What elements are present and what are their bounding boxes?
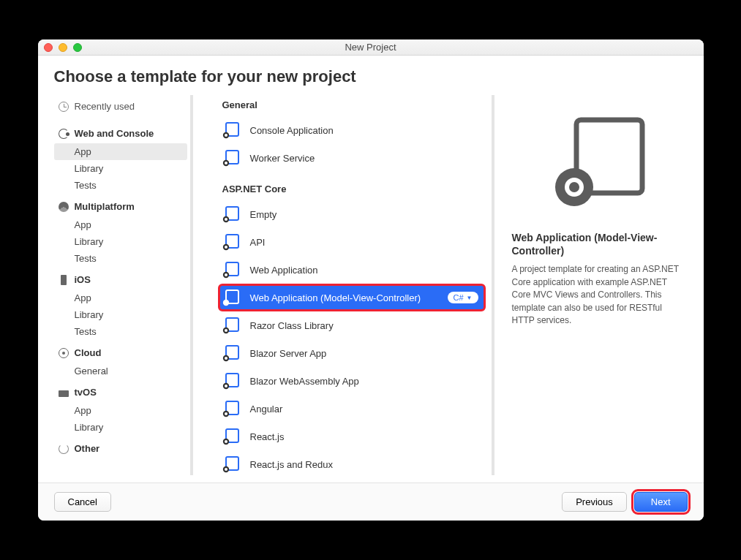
detail-title: Web Application (Model-View-Controller) <box>512 231 685 257</box>
sidebar-item-tests[interactable]: Tests <box>54 177 187 194</box>
sidebar-item-app[interactable]: App <box>54 143 187 160</box>
template-item-label: React.js <box>250 431 285 442</box>
language-label: C# <box>454 293 464 302</box>
clock-icon <box>59 102 69 112</box>
template-item-label: Blazor Server App <box>250 348 327 359</box>
cancel-button[interactable]: Cancel <box>54 492 111 512</box>
svg-point-8 <box>225 218 227 221</box>
next-button[interactable]: Next <box>634 492 688 512</box>
template-group-title: ASP.NET Core <box>205 179 484 202</box>
svg-point-35 <box>225 468 227 471</box>
sidebar-item-library[interactable]: Library <box>54 160 187 177</box>
sidebar-item-library[interactable]: Library <box>54 419 187 436</box>
svg-point-5 <box>225 162 227 164</box>
svg-point-17 <box>225 301 227 304</box>
multiplatform-icon <box>59 202 69 212</box>
template-item[interactable]: API <box>219 230 484 254</box>
template-item[interactable]: Angular <box>219 396 484 421</box>
svg-point-23 <box>225 357 227 360</box>
titlebar: New Project <box>38 39 704 56</box>
other-icon <box>59 444 69 454</box>
template-list: GeneralConsole ApplicationWorker Service… <box>205 95 494 475</box>
recently-used-item[interactable]: Recently used <box>54 95 187 121</box>
template-item[interactable]: Web Application (Model-View-Controller)C… <box>219 285 484 310</box>
svg-point-32 <box>225 440 227 443</box>
close-window-button[interactable] <box>44 43 53 52</box>
sidebar-item-app[interactable]: App <box>54 290 187 306</box>
svg-point-14 <box>225 273 227 276</box>
template-item[interactable]: Console Application <box>219 118 484 143</box>
sidebar-item-tests[interactable]: Tests <box>54 323 187 340</box>
template-item-label: Web Application <box>250 265 318 276</box>
web-console-icon <box>59 129 69 139</box>
sidebar-category-label: iOS <box>75 274 91 285</box>
new-project-dialog: New Project Choose a template for your n… <box>38 39 704 521</box>
svg-point-39 <box>569 182 579 192</box>
cloud-icon <box>59 348 69 358</box>
category-sidebar: Recently used Web and ConsoleAppLibraryT… <box>54 95 193 475</box>
language-selector[interactable]: C#▼ <box>448 292 478 303</box>
svg-point-2 <box>225 134 227 137</box>
template-detail-pane: Web Application (Model-View-Controller) … <box>506 95 688 475</box>
svg-point-26 <box>225 385 227 387</box>
dialog-footer: Cancel Previous Next <box>38 483 704 521</box>
template-preview-icon <box>512 99 685 231</box>
recently-used-label: Recently used <box>75 101 135 112</box>
svg-point-11 <box>225 246 227 249</box>
sidebar-category-label: Multiplatform <box>75 201 135 212</box>
template-item[interactable]: Worker Service <box>219 145 484 170</box>
sidebar-category-ios[interactable]: iOS <box>54 267 187 290</box>
minimize-window-button[interactable] <box>59 43 67 52</box>
template-item[interactable]: Blazor WebAssembly App <box>219 368 484 393</box>
svg-point-20 <box>225 329 227 332</box>
content-area: Recently used Web and ConsoleAppLibraryT… <box>38 95 704 483</box>
sidebar-item-library[interactable]: Library <box>54 306 187 323</box>
template-item-label: API <box>250 237 266 248</box>
sidebar-category-other[interactable]: Other <box>54 436 187 458</box>
sidebar-category-web-and-console[interactable]: Web and Console <box>54 121 187 143</box>
page-title: Choose a template for your new project <box>38 56 704 95</box>
sidebar-category-label: Other <box>75 443 100 454</box>
sidebar-item-app[interactable]: App <box>54 216 187 233</box>
template-item-label: Worker Service <box>250 153 315 164</box>
sidebar-item-library[interactable]: Library <box>54 233 187 250</box>
template-item[interactable]: React.js and Redux <box>219 452 484 475</box>
sidebar-category-label: tvOS <box>75 387 97 398</box>
sidebar-item-tests[interactable]: Tests <box>54 250 187 267</box>
sidebar-category-tvos[interactable]: tvOS <box>54 379 187 402</box>
template-item-label: Blazor WebAssembly App <box>250 376 359 387</box>
previous-button[interactable]: Previous <box>562 492 627 512</box>
template-item[interactable]: Blazor Server App <box>219 341 484 366</box>
template-item-label: Empty <box>250 209 277 220</box>
template-item[interactable]: Razor Class Library <box>219 313 484 338</box>
tvos-icon <box>59 390 69 397</box>
window-controls <box>44 43 82 52</box>
window-title: New Project <box>38 42 704 53</box>
template-item-label: Angular <box>250 404 283 415</box>
sidebar-category-multiplatform[interactable]: Multiplatform <box>54 194 187 216</box>
detail-description: A project template for creating an ASP.N… <box>512 263 685 327</box>
template-item[interactable]: Web Application <box>219 257 484 282</box>
template-group-title: General <box>205 95 484 118</box>
sidebar-item-general[interactable]: General <box>54 363 187 379</box>
sidebar-category-label: Web and Console <box>75 128 154 139</box>
template-item-label: Razor Class Library <box>250 320 334 331</box>
sidebar-category-cloud[interactable]: Cloud <box>54 340 187 363</box>
ios-icon <box>61 275 67 285</box>
template-item-label: Console Application <box>250 125 334 136</box>
chevron-down-icon: ▼ <box>467 295 473 301</box>
sidebar-category-label: Cloud <box>75 347 102 358</box>
template-item-label: Web Application (Model-View-Controller) <box>250 292 421 303</box>
template-item[interactable]: React.js <box>219 424 484 449</box>
zoom-window-button[interactable] <box>73 43 82 52</box>
template-item[interactable]: Empty <box>219 202 484 227</box>
template-item-label: React.js and Redux <box>250 459 333 470</box>
sidebar-item-app[interactable]: App <box>54 402 187 419</box>
svg-point-29 <box>225 412 227 415</box>
